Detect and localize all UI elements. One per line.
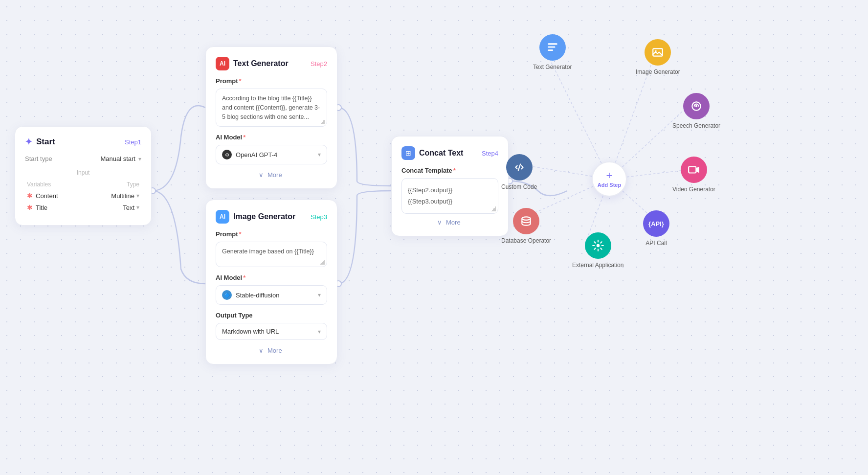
text-gen-title: Text Generator bbox=[233, 59, 289, 68]
text-gen-step: Step2 bbox=[311, 60, 327, 68]
image-gen-title: Image Generator bbox=[233, 212, 295, 221]
start-node-header: ✦ Start Step1 bbox=[25, 136, 141, 147]
svg-point-21 bbox=[522, 217, 530, 220]
text-gen-hub-icon bbox=[539, 34, 566, 61]
input-section-title: Input bbox=[25, 169, 141, 176]
openai-icon: ⚙ bbox=[222, 150, 232, 159]
chevron-down-icon: ▾ bbox=[136, 192, 139, 199]
video-gen-hub-icon bbox=[681, 157, 707, 183]
start-step-label: Step1 bbox=[125, 138, 141, 146]
image-gen-more[interactable]: ∨ More bbox=[216, 347, 327, 354]
concat-step: Step4 bbox=[482, 150, 498, 157]
chevron-down-icon: ∨ bbox=[259, 347, 264, 354]
image-gen-step: Step3 bbox=[311, 213, 327, 221]
required-star: * bbox=[239, 77, 242, 85]
ext-app-hub-icon bbox=[585, 232, 611, 259]
table-row: ✱ Content Multiline ▾ bbox=[25, 192, 141, 200]
text-gen-header: AI Text Generator Step2 bbox=[216, 57, 327, 70]
var-type-multiline[interactable]: Multiline ▾ bbox=[111, 192, 139, 200]
image-gen-header: AI Image Generator Step3 bbox=[216, 210, 327, 224]
image-gen-model-label: AI Model* bbox=[216, 274, 327, 281]
text-gen-model-label: AI Model* bbox=[216, 134, 327, 141]
svg-point-20 bbox=[596, 244, 600, 248]
required-star: * bbox=[453, 167, 456, 174]
svg-point-18 bbox=[695, 105, 697, 107]
svg-rect-12 bbox=[548, 43, 557, 45]
image-generator-card: AI Image Generator Step3 Prompt* Generat… bbox=[205, 200, 337, 364]
hub-item-db-op[interactable]: Database Operator bbox=[501, 208, 551, 244]
svg-line-4 bbox=[546, 52, 609, 179]
add-step-hub: + Add Step Text Generator Image Generato… bbox=[528, 24, 773, 391]
concat-template-text[interactable]: {{Step2.output}}{{Step3.output}} bbox=[401, 178, 498, 214]
hub-item-image-gen[interactable]: Image Generator bbox=[636, 39, 680, 75]
start-type-value: Manual start bbox=[100, 155, 135, 162]
variables-col-header: Variables bbox=[27, 181, 51, 188]
hub-item-custom-code[interactable]: Custom Code bbox=[501, 154, 537, 190]
text-gen-model-value: ⚙ OpenAI GPT-4 bbox=[222, 150, 277, 159]
output-type-value: Markdown with URL bbox=[222, 328, 279, 335]
concat-more[interactable]: ∨ More bbox=[401, 219, 498, 226]
text-gen-title-group: AI Text Generator bbox=[216, 57, 289, 70]
chevron-down-icon: ▾ bbox=[138, 156, 141, 162]
text-gen-icon: AI bbox=[216, 57, 229, 70]
table-row: ✱ Title Text ▾ bbox=[25, 204, 141, 211]
required-icon: ✱ bbox=[27, 192, 33, 200]
add-step-button[interactable]: + Add Step bbox=[592, 161, 627, 197]
concat-template-label: Concat Template* bbox=[401, 167, 498, 174]
hub-label-text-gen: Text Generator bbox=[533, 64, 572, 70]
svg-line-5 bbox=[609, 57, 654, 179]
output-type-label: Output Type bbox=[216, 312, 327, 319]
chevron-down-icon: ∨ bbox=[437, 219, 442, 226]
hub-item-api-call[interactable]: {API} API Call bbox=[643, 210, 669, 247]
hub-item-ext-app[interactable]: External Application bbox=[572, 232, 623, 269]
var-name-title: ✱ Title bbox=[27, 204, 123, 211]
text-gen-model-select[interactable]: ⚙ OpenAI GPT-4 ▾ bbox=[216, 145, 327, 164]
chevron-down-icon: ▾ bbox=[318, 292, 321, 298]
image-gen-prompt-label: Prompt* bbox=[216, 230, 327, 238]
var-name-label: Title bbox=[36, 204, 47, 211]
hub-item-speech-gen[interactable]: Speech Generator bbox=[672, 93, 720, 129]
add-step-label: Add Step bbox=[598, 182, 621, 188]
stable-diffusion-icon: 🔷 bbox=[222, 290, 232, 300]
hub-item-text-gen[interactable]: Text Generator bbox=[533, 34, 572, 70]
image-gen-hub-icon bbox=[645, 39, 671, 66]
start-type-select[interactable]: Manual start ▾ bbox=[100, 155, 141, 162]
hub-label-api-call: API Call bbox=[645, 240, 667, 247]
start-type-label: Start type bbox=[25, 155, 52, 162]
concat-title-group: ⊞ Concat Text bbox=[401, 146, 463, 160]
output-type-select[interactable]: Markdown with URL ▾ bbox=[216, 323, 327, 340]
required-star: * bbox=[243, 134, 245, 141]
start-title-text: Start bbox=[36, 137, 55, 147]
var-name-content: ✱ Content bbox=[27, 192, 111, 200]
hub-label-speech-gen: Speech Generator bbox=[672, 122, 720, 129]
chevron-down-icon: ∨ bbox=[259, 171, 264, 179]
chevron-down-icon: ▾ bbox=[318, 151, 321, 158]
image-gen-model-select[interactable]: 🔷 Stable-diffusion ▾ bbox=[216, 285, 327, 305]
text-gen-more[interactable]: ∨ More bbox=[216, 171, 327, 179]
text-gen-prompt-text[interactable]: According to the blog title {{Title}} an… bbox=[216, 89, 327, 127]
hub-label-image-gen: Image Generator bbox=[636, 68, 680, 75]
hub-label-db-op: Database Operator bbox=[501, 237, 551, 244]
required-icon: ✱ bbox=[27, 204, 33, 211]
image-gen-model-value: 🔷 Stable-diffusion bbox=[222, 290, 279, 300]
speech-gen-hub-icon bbox=[683, 93, 710, 119]
concat-icon: ⊞ bbox=[401, 146, 415, 160]
db-op-hub-icon bbox=[513, 208, 539, 234]
required-star: * bbox=[243, 274, 245, 281]
image-gen-prompt-text[interactable]: Generate image based on {{Title}} bbox=[216, 242, 327, 267]
hub-label-custom-code: Custom Code bbox=[501, 183, 537, 190]
variables-table: Variables Type ✱ Content Multiline ▾ ✱ T… bbox=[25, 181, 141, 211]
start-type-row: Start type Manual start ▾ bbox=[25, 155, 141, 162]
start-node: ✦ Start Step1 Start type Manual start ▾ … bbox=[15, 126, 152, 226]
var-name-label: Content bbox=[36, 192, 58, 200]
var-type-text[interactable]: Text ▾ bbox=[123, 204, 139, 211]
type-col-header: Type bbox=[127, 181, 139, 188]
custom-code-hub-icon bbox=[506, 154, 533, 181]
image-gen-title-group: AI Image Generator bbox=[216, 210, 295, 224]
hub-item-video-gen[interactable]: Video Generator bbox=[672, 157, 715, 193]
api-call-hub-icon: {API} bbox=[643, 210, 669, 237]
variables-header: Variables Type bbox=[25, 181, 141, 188]
chevron-down-icon: ▾ bbox=[136, 204, 139, 211]
svg-rect-19 bbox=[689, 167, 696, 173]
concat-title: Concat Text bbox=[419, 149, 463, 158]
